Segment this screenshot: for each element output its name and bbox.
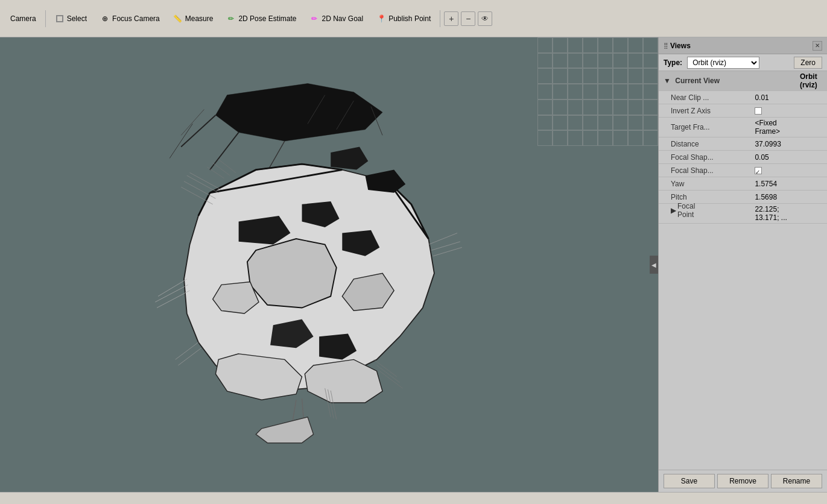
camera-label: Camera <box>10 14 36 23</box>
target-frame-row: Target Fra... <Fixed Frame> <box>659 118 827 137</box>
panel-title: ⣿ Views <box>664 42 691 50</box>
grid-overlay <box>537 37 658 146</box>
select-tool[interactable]: Select <box>49 11 92 27</box>
focal-shape-enabled-row: Focal Shap... <box>659 164 827 177</box>
add-button[interactable]: + <box>444 11 458 26</box>
type-row: Type: Orbit (rviz) FPS (rviz) ThirdPerso… <box>659 54 827 71</box>
invert-z-checkbox[interactable] <box>755 107 762 115</box>
panel-collapse-arrow[interactable]: ◀ <box>650 256 658 274</box>
toolbar: Camera Select ⊕ Focus Camera 📏 Measure ✏… <box>0 0 827 37</box>
measure-tool[interactable]: 📏 Measure <box>168 11 219 27</box>
publish-point-tool[interactable]: 📍 Publish Point <box>371 11 436 27</box>
type-select[interactable]: Orbit (rviz) FPS (rviz) ThirdPersonFollo… <box>687 57 759 69</box>
current-view-section[interactable]: ▼ Current View Orbit (rviz) <box>659 71 827 91</box>
save-button[interactable]: Save <box>664 474 715 488</box>
distance-label: Distance <box>659 137 751 151</box>
measure-icon: 📏 <box>173 14 183 24</box>
properties-table: ▼ Current View Orbit (rviz) Near Clip ..… <box>659 71 827 224</box>
nav-goal-tool[interactable]: ✏ 2D Nav Goal <box>304 11 369 27</box>
distance-row: Distance 37.0993 <box>659 137 827 151</box>
pose-estimate-icon: ✏ <box>226 14 236 24</box>
target-frame-value[interactable]: <Fixed Frame> <box>751 118 795 137</box>
invert-z-row: Invert Z Axis <box>659 104 827 118</box>
nav-goal-icon: ✏ <box>309 14 319 24</box>
main-area: ◀ ⣿ Views ✕ Type: Orbit (rviz) FPS (rviz… <box>0 37 827 492</box>
focal-shape-enabled-value[interactable] <box>751 164 795 177</box>
focal-point-value: 22.125; 13.171; ... <box>751 204 795 224</box>
focal-shape-size-row: Focal Shap... 0.05 <box>659 151 827 164</box>
focal-point-label[interactable]: ▶ Focal Point <box>659 204 709 217</box>
focal-point-label-text: Focal Point <box>677 202 706 219</box>
views-drag-icon: ⣿ <box>664 42 668 49</box>
near-clip-row: Near Clip ... 0.01 <box>659 91 827 104</box>
focal-shape-enabled-label: Focal Shap... <box>659 164 751 177</box>
viewport[interactable]: ◀ <box>0 37 658 492</box>
right-panel: ⣿ Views ✕ Type: Orbit (rviz) FPS (rviz) … <box>658 37 827 492</box>
panel-close-button[interactable]: ✕ <box>813 41 822 51</box>
expand-icon: ▼ <box>664 77 671 85</box>
current-view-label: Current View <box>675 77 720 85</box>
pose-estimate-tool[interactable]: ✏ 2D Pose Estimate <box>221 11 302 27</box>
near-clip-value[interactable]: 0.01 <box>751 91 795 104</box>
focal-shape-checkbox[interactable] <box>755 167 762 174</box>
near-clip-label: Near Clip ... <box>659 91 751 104</box>
type-label: Type: <box>664 58 682 67</box>
yaw-label: Yaw <box>659 177 751 191</box>
pose-estimate-label: 2D Pose Estimate <box>238 14 296 23</box>
eye-button[interactable]: 👁 <box>478 11 492 26</box>
invert-z-value[interactable] <box>751 104 795 118</box>
rename-button[interactable]: Rename <box>771 474 822 488</box>
camera-tool: Camera <box>5 11 42 26</box>
focus-camera-icon: ⊕ <box>100 14 110 24</box>
select-label: Select <box>67 14 87 23</box>
yaw-row: Yaw 1.5754 <box>659 177 827 191</box>
invert-z-label: Invert Z Axis <box>659 104 751 118</box>
status-bar <box>0 492 827 504</box>
views-panel-header: ⣿ Views ✕ <box>659 37 827 54</box>
views-title-label: Views <box>670 42 691 50</box>
focal-shape-size-label: Focal Shap... <box>659 151 751 164</box>
minus-button[interactable]: − <box>461 11 475 26</box>
map-visual <box>115 78 477 452</box>
focal-shape-size-value[interactable]: 0.05 <box>751 151 795 164</box>
distance-value[interactable]: 37.0993 <box>751 137 795 151</box>
focus-camera-label: Focus Camera <box>112 14 160 23</box>
focal-point-row: ▶ Focal Point 22.125; 13.171; ... <box>659 204 827 224</box>
measure-label: Measure <box>185 14 214 23</box>
current-view-type: Orbit (rviz) <box>795 71 827 91</box>
focal-point-expand[interactable]: ▶ <box>671 206 676 215</box>
publish-point-label: Publish Point <box>388 14 431 23</box>
pitch-value[interactable]: 1.5698 <box>751 191 795 204</box>
close-icon: ✕ <box>815 42 820 49</box>
publish-point-icon: 📍 <box>376 14 386 24</box>
properties-container: ▼ Current View Orbit (rviz) Near Clip ..… <box>659 71 827 470</box>
select-icon <box>55 14 65 24</box>
zero-button[interactable]: Zero <box>794 57 822 69</box>
yaw-value[interactable]: 1.5754 <box>751 177 795 191</box>
target-frame-label: Target Fra... <box>659 118 751 137</box>
focus-camera-tool[interactable]: ⊕ Focus Camera <box>95 11 165 27</box>
nav-goal-label: 2D Nav Goal <box>322 14 363 23</box>
svg-marker-17 <box>247 239 337 307</box>
separator-1 <box>45 10 46 27</box>
remove-button[interactable]: Remove <box>717 474 768 488</box>
separator-2 <box>440 10 440 27</box>
panel-footer: Save Remove Rename <box>659 470 827 492</box>
